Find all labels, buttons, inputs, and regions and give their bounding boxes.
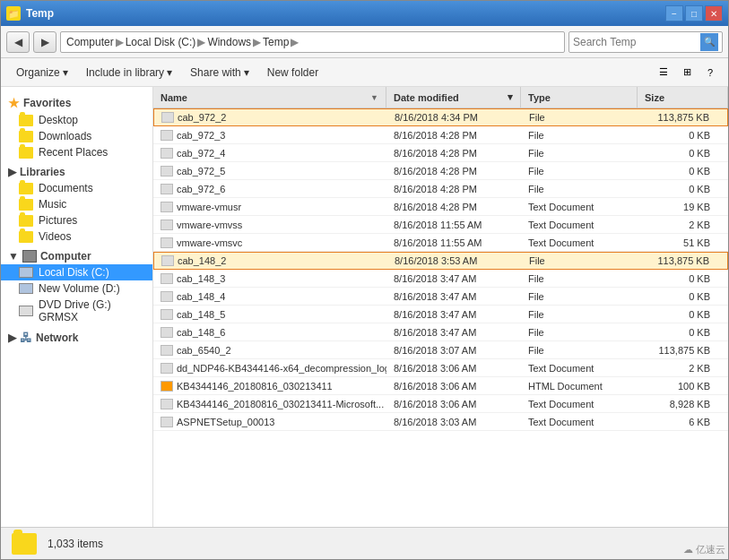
file-date-cell: 8/16/2018 4:28 PM [386,166,521,177]
file-name-cell: cab_972_4 [153,148,386,159]
table-row[interactable]: KB4344146_20180816_030213411 8/16/2018 3… [153,377,728,395]
sidebar-item-documents[interactable]: Documents [1,180,152,196]
maximize-button[interactable]: □ [685,5,703,22]
search-input[interactable] [573,36,699,48]
table-row[interactable]: cab_972_4 8/16/2018 4:28 PM File 0 KB [153,144,728,162]
view-details-button[interactable]: ☰ [653,63,674,82]
libraries-chevron-icon: ▶ [8,166,16,178]
file-size-cell: 0 KB [638,291,728,302]
share-with-label: Share with [190,66,241,79]
file-size-cell: 19 KB [638,202,728,212]
table-row[interactable]: cab_972_6 8/16/2018 4:28 PM File 0 KB [153,180,728,198]
table-row[interactable]: KB4344146_20180816_030213411-Microsoft..… [153,395,728,413]
close-button[interactable]: ✕ [705,5,723,22]
file-type-cell: File [522,255,638,266]
table-row[interactable]: cab_972_2 8/16/2018 4:34 PM File 113,875… [153,108,728,126]
column-header-size[interactable]: Size [638,87,728,108]
file-icon [161,345,173,356]
file-size-cell: 0 KB [638,166,728,177]
file-type-cell: File [521,184,638,194]
videos-folder-icon [19,231,33,243]
file-name-cell: vmware-vmsvc [153,237,386,248]
file-type-cell: Text Document [521,237,638,248]
table-row[interactable]: cab_972_5 8/16/2018 4:28 PM File 0 KB [153,162,728,180]
file-size-cell: 100 KB [638,381,728,392]
table-row[interactable]: cab_148_4 8/16/2018 3:47 AM File 0 KB [153,288,728,306]
file-name: cab_972_5 [177,166,225,177]
recent-places-icon [19,147,33,159]
search-button[interactable]: 🔍 [700,33,718,51]
sidebar-header-computer[interactable]: ▼ Computer [1,248,152,264]
table-row[interactable]: cab_148_6 8/16/2018 3:47 AM File 0 KB [153,323,728,341]
sidebar-videos-label: Videos [39,230,71,243]
file-size-cell: 113,875 KB [638,345,728,356]
breadcrumb[interactable]: Computer ▶ Local Disk (C:) ▶ Windows ▶ T… [60,31,565,53]
file-icon [161,381,173,392]
table-row[interactable]: dd_NDP46-KB4344146-x64_decompression_log… [153,359,728,377]
toolbar: Organize ▾ Include in library ▾ Share wi… [1,58,728,87]
table-row[interactable]: vmware-vmvss 8/16/2018 11:55 AM Text Doc… [153,216,728,234]
view-tiles-button[interactable]: ⊞ [676,63,698,82]
sidebar-header-network[interactable]: ▶ 🖧 Network [1,329,152,347]
file-name-cell: cab_6540_2 [153,345,386,356]
sidebar-music-label: Music [39,198,66,211]
table-row[interactable]: cab_6540_2 8/16/2018 3:07 AM File 113,87… [153,341,728,359]
status-count: 1,033 items [48,538,103,550]
back-button[interactable]: ◀ [6,31,30,53]
sidebar-item-music[interactable]: Music [1,196,152,212]
minimize-button[interactable]: − [665,5,683,22]
sidebar-recent-places-label: Recent Places [39,146,108,159]
file-date-cell: 8/16/2018 3:47 AM [386,273,521,284]
table-row[interactable]: cab_148_3 8/16/2018 3:47 AM File 0 KB [153,270,728,288]
column-header-date[interactable]: Date modified ▾ [386,87,521,108]
sidebar-item-dvd-drive-g[interactable]: DVD Drive (G:) GRMSX [1,297,152,325]
file-icon [161,417,173,427]
watermark: ☁ 亿速云 [683,543,725,556]
file-size-cell: 8,928 KB [638,399,728,409]
file-date-cell: 8/16/2018 3:07 AM [386,345,521,356]
file-name-cell: ASPNETSetup_00013 [153,417,386,427]
file-list-header: Name ▼ Date modified ▾ Type Size [153,87,728,108]
breadcrumb-windows[interactable]: Windows [207,36,251,48]
table-row[interactable]: ASPNETSetup_00013 8/16/2018 3:03 AM Text… [153,413,728,431]
table-row[interactable]: vmware-vmsvc 8/16/2018 11:55 AM Text Doc… [153,234,728,252]
table-row[interactable]: cab_148_2 8/16/2018 3:53 AM File 113,875… [153,252,728,270]
forward-button[interactable]: ▶ [33,31,56,53]
breadcrumb-temp[interactable]: Temp [263,36,289,48]
sidebar-item-recent-places[interactable]: Recent Places [1,144,152,160]
sidebar-item-videos[interactable]: Videos [1,228,152,245]
column-header-type[interactable]: Type [521,87,638,108]
file-type-cell: File [521,130,638,141]
status-folder-icon [12,533,37,555]
file-type-cell: Text Document [521,417,638,427]
table-row[interactable]: vmware-vmusr 8/16/2018 4:28 PM Text Docu… [153,198,728,216]
breadcrumb-localdisk[interactable]: Local Disk (C:) [126,36,196,48]
file-date-cell: 8/16/2018 3:03 AM [386,417,521,427]
table-row[interactable]: cab_972_3 8/16/2018 4:28 PM File 0 KB [153,126,728,144]
new-folder-button[interactable]: New folder [259,62,326,83]
file-type-cell: File [521,327,638,338]
table-row[interactable]: cab_148_5 8/16/2018 3:47 AM File 0 KB [153,306,728,323]
file-date-cell: 8/16/2018 3:47 AM [386,291,521,302]
file-name-cell: cab_148_2 [154,255,387,266]
share-with-button[interactable]: Share with ▾ [182,62,257,83]
sidebar-item-desktop[interactable]: Desktop [1,112,152,128]
breadcrumb-computer[interactable]: Computer [66,36,114,48]
sidebar-item-downloads[interactable]: Downloads [1,128,152,144]
file-type-cell: Text Document [521,363,638,374]
sidebar-item-pictures[interactable]: Pictures [1,212,152,228]
file-name: KB4344146_20180816_030213411 [177,381,333,392]
include-library-button[interactable]: Include in library ▾ [78,62,180,83]
sidebar-header-favorites[interactable]: ★ Favorites [1,94,152,112]
help-button[interactable]: ? [699,63,721,82]
file-name-cell: vmware-vmvss [153,220,386,230]
window-title: Temp [26,7,54,20]
sidebar-favorites-label: Favorites [23,97,71,109]
organize-button[interactable]: Organize ▾ [8,62,76,83]
sidebar-item-new-volume-d[interactable]: New Volume (D:) [1,280,152,297]
column-header-name[interactable]: Name ▼ [153,87,386,108]
file-size-cell: 0 KB [638,148,728,159]
sidebar-item-local-disk-c[interactable]: Local Disk (C:) [1,264,152,280]
sidebar-header-libraries[interactable]: ▶ Libraries [1,164,152,180]
file-name-cell: cab_972_2 [154,112,387,123]
